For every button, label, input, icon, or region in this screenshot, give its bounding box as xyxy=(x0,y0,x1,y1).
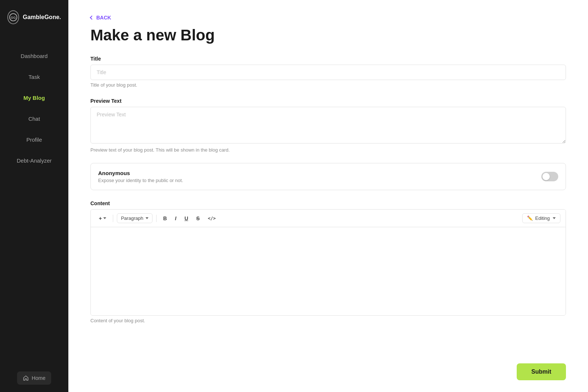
underline-button[interactable]: U xyxy=(182,214,191,223)
italic-button[interactable]: I xyxy=(172,214,179,223)
bold-button[interactable]: B xyxy=(160,214,170,223)
editor-toolbar: + Paragraph B I U xyxy=(91,210,566,227)
sidebar-item-my-blog[interactable]: My Blog xyxy=(0,87,68,108)
add-block-button[interactable]: + xyxy=(96,214,109,223)
preview-text-input[interactable] xyxy=(90,107,566,144)
home-button[interactable]: Home xyxy=(17,371,51,385)
paragraph-chevron-icon xyxy=(146,217,148,219)
pencil-icon: ✏️ xyxy=(527,215,533,221)
add-chevron-icon xyxy=(103,217,106,219)
page-title: Make a new Blog xyxy=(90,26,566,44)
strikethrough-button[interactable]: S xyxy=(193,214,202,223)
anonymous-description: Expose your identity to the public or no… xyxy=(98,178,183,183)
sidebar-item-chat[interactable]: Chat xyxy=(0,108,68,129)
editing-mode-button[interactable]: ✏️ Editing xyxy=(522,213,560,223)
toggle-knob xyxy=(542,173,550,180)
main-content: BACK Make a new Blog Title Title of your… xyxy=(68,0,588,392)
brand-name: GambleGone. xyxy=(23,14,61,21)
content-section: Content + Paragraph B I xyxy=(90,200,566,323)
content-hint: Content of your blog post. xyxy=(90,318,566,323)
sidebar: GG GambleGone. Dashboard Task My Blog Ch… xyxy=(0,0,68,392)
sidebar-logo: GG GambleGone. xyxy=(0,0,68,35)
anonymous-card: Anonymous Expose your identity to the pu… xyxy=(90,163,566,190)
code-button[interactable]: </> xyxy=(205,214,219,223)
sidebar-item-dashboard[interactable]: Dashboard xyxy=(0,46,68,66)
toolbar-divider-1 xyxy=(113,215,113,222)
preview-text-hint: Preview text of your blog post. This wil… xyxy=(90,147,566,153)
title-field-group: Title Title of your blog post. xyxy=(90,56,566,88)
back-link[interactable]: BACK xyxy=(90,15,566,21)
title-label: Title xyxy=(90,56,566,62)
sidebar-nav: Dashboard Task My Blog Chat Profile Debt… xyxy=(0,35,68,392)
editing-chevron-icon xyxy=(553,217,556,219)
sidebar-item-task[interactable]: Task xyxy=(0,66,68,87)
content-editor: + Paragraph B I U xyxy=(90,209,566,316)
title-input[interactable] xyxy=(90,65,566,80)
logo-icon: GG xyxy=(7,10,19,24)
content-label: Content xyxy=(90,200,566,206)
sidebar-item-debt-analyzer[interactable]: Debt-Analyzer xyxy=(0,150,68,171)
anonymous-toggle[interactable] xyxy=(541,172,558,181)
anonymous-title: Anonymous xyxy=(98,170,183,176)
arrow-left-icon xyxy=(90,15,94,19)
submit-button[interactable]: Submit xyxy=(517,363,566,380)
preview-text-label: Preview Text xyxy=(90,98,566,104)
sidebar-item-profile[interactable]: Profile xyxy=(0,129,68,150)
toolbar-divider-2 xyxy=(156,215,157,222)
anonymous-info: Anonymous Expose your identity to the pu… xyxy=(98,170,183,183)
svg-text:GG: GG xyxy=(11,16,16,19)
home-icon xyxy=(23,375,29,381)
preview-text-field-group: Preview Text Preview text of your blog p… xyxy=(90,98,566,153)
title-hint: Title of your blog post. xyxy=(90,82,566,88)
content-editor-body[interactable] xyxy=(91,227,566,315)
paragraph-style-button[interactable]: Paragraph xyxy=(117,213,153,223)
